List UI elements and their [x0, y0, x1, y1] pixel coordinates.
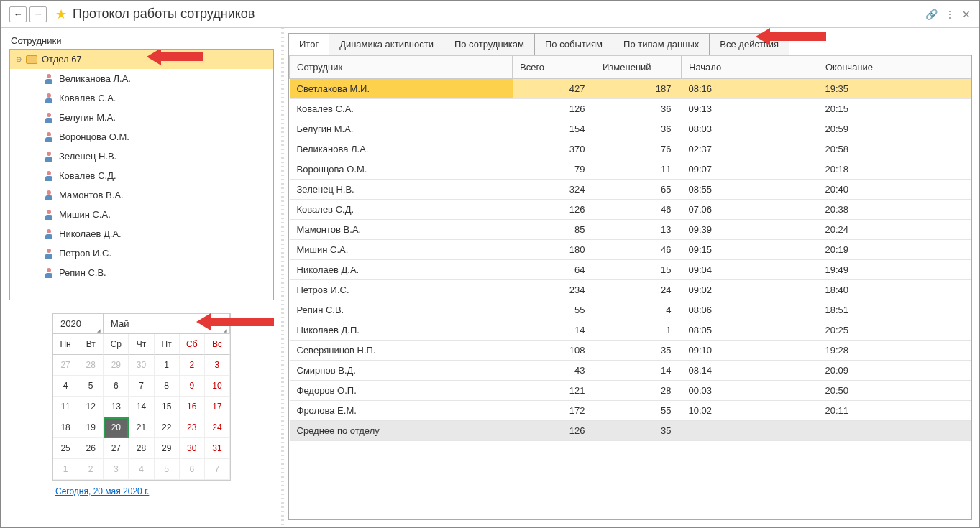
calendar-day[interactable]: 25: [53, 438, 78, 459]
cell-end: 20:25: [818, 320, 971, 341]
calendar-day[interactable]: 30: [180, 438, 205, 459]
tree-folder[interactable]: ⊖ Отдел 67: [10, 50, 273, 69]
tab[interactable]: Итог: [288, 33, 329, 55]
employee-tree[interactable]: ⊖ Отдел 67 Великанова Л.А.Ковалев С.А.Бе…: [9, 49, 274, 300]
today-link[interactable]: Сегодня, 20 мая 2020 г.: [52, 486, 274, 496]
table-row[interactable]: Николаев Д.П.14108:0520:25: [290, 320, 971, 341]
table-row[interactable]: Фролова Е.М.1725510:0220:11: [290, 401, 971, 421]
calendar-day[interactable]: 24: [205, 417, 230, 438]
calendar-day[interactable]: 27: [53, 355, 78, 376]
column-header[interactable]: Окончание: [818, 56, 971, 79]
column-header[interactable]: Изменений: [595, 56, 682, 79]
calendar-day[interactable]: 14: [129, 397, 154, 417]
table-row[interactable]: Белугин М.А.1543608:0320:59: [290, 119, 971, 139]
column-header[interactable]: Сотрудник: [290, 56, 513, 79]
calendar-day[interactable]: 1: [155, 355, 180, 376]
calendar-day[interactable]: 6: [104, 376, 129, 397]
tab[interactable]: Динамика активности: [329, 33, 444, 55]
column-header[interactable]: Начало: [682, 56, 818, 79]
calendar-day[interactable]: 30: [129, 355, 154, 376]
calendar-day[interactable]: 18: [53, 417, 78, 438]
calendar-day[interactable]: 29: [155, 438, 180, 459]
table-row[interactable]: Воронцова О.М.791109:0720:18: [290, 159, 971, 180]
forward-button[interactable]: →: [29, 6, 47, 22]
tree-employee[interactable]: Зеленец Н.В.: [10, 147, 273, 166]
calendar-day[interactable]: 22: [155, 417, 180, 438]
table-row[interactable]: Федоров О.П.1212800:0320:50: [290, 381, 971, 401]
year-select[interactable]: 2020: [53, 314, 104, 333]
calendar-day[interactable]: 27: [104, 438, 129, 459]
calendar-day[interactable]: 16: [180, 397, 205, 417]
tab[interactable]: По событиям: [534, 33, 613, 55]
calendar-day[interactable]: 29: [104, 355, 129, 376]
calendar-day[interactable]: 10: [205, 376, 230, 397]
calendar-day[interactable]: 21: [129, 417, 154, 438]
calendar-day[interactable]: 2: [180, 355, 205, 376]
table-row[interactable]: Мамонтов В.А.851309:3920:24: [290, 220, 971, 240]
star-icon[interactable]: ★: [55, 6, 67, 22]
tree-employee[interactable]: Петров И.С.: [10, 244, 273, 263]
calendar-day[interactable]: 12: [78, 397, 104, 417]
tree-employee[interactable]: Великанова Л.А.: [10, 69, 273, 88]
calendar-day[interactable]: 3: [104, 459, 129, 480]
table-row[interactable]: Репин С.В.55408:0618:51: [290, 300, 971, 320]
calendar-day[interactable]: 5: [78, 376, 104, 397]
link-icon[interactable]: 🔗: [925, 9, 938, 20]
cell-end: 19:28: [818, 341, 971, 361]
calendar-day[interactable]: 8: [155, 376, 180, 397]
calendar-day[interactable]: 19: [78, 417, 104, 438]
tree-employee[interactable]: Воронцова О.М.: [10, 127, 273, 147]
calendar-day[interactable]: 28: [129, 438, 154, 459]
person-icon: [45, 93, 53, 103]
tree-employee[interactable]: Белугин М.А.: [10, 108, 273, 127]
collapse-icon[interactable]: ⊖: [16, 55, 22, 63]
calendar-day[interactable]: 4: [53, 376, 78, 397]
person-icon: [45, 190, 53, 200]
data-table[interactable]: СотрудникВсегоИзмененийНачалоОкончание С…: [289, 55, 971, 441]
month-select[interactable]: Май: [104, 314, 230, 333]
more-icon[interactable]: ⋮: [945, 9, 955, 20]
back-button[interactable]: ←: [9, 6, 27, 22]
table-row[interactable]: Ковалев С.А.1263609:1320:15: [290, 99, 971, 119]
calendar-day[interactable]: 5: [155, 459, 180, 480]
table-row[interactable]: Северянинов Н.П.1083509:1019:28: [290, 341, 971, 361]
table-row[interactable]: Николаев Д.А.641509:0419:49: [290, 260, 971, 280]
calendar-day[interactable]: 15: [155, 397, 180, 417]
table-row[interactable]: Зеленец Н.В.3246508:5520:40: [290, 180, 971, 200]
tab[interactable]: Все действия: [709, 33, 789, 55]
tree-employee[interactable]: Репин С.В.: [10, 263, 273, 282]
calendar-day[interactable]: 23: [180, 417, 205, 438]
table-row[interactable]: Великанова Л.А.3707602:3720:58: [290, 139, 971, 159]
calendar-day[interactable]: 26: [78, 438, 104, 459]
calendar-day[interactable]: 7: [205, 459, 230, 480]
table-row[interactable]: Петров И.С.2342409:0218:40: [290, 280, 971, 300]
calendar-day[interactable]: 1: [53, 459, 78, 480]
calendar-day[interactable]: 20: [104, 417, 129, 438]
table-row[interactable]: Светлакова М.И.42718708:1619:35: [290, 79, 971, 99]
column-header[interactable]: Всего: [513, 56, 595, 79]
calendar-day[interactable]: 6: [180, 459, 205, 480]
tree-employee[interactable]: Ковалев С.А.: [10, 88, 273, 108]
tab[interactable]: По сотрудникам: [444, 33, 535, 55]
calendar-day[interactable]: 7: [129, 376, 154, 397]
table-row[interactable]: Ковалев С.Д.1264607:0620:38: [290, 200, 971, 220]
calendar-day[interactable]: 3: [205, 355, 230, 376]
tab[interactable]: По типам данных: [613, 33, 710, 55]
calendar-day[interactable]: 17: [205, 397, 230, 417]
tree-employee[interactable]: Николаев Д.А.: [10, 224, 273, 244]
tree-employee[interactable]: Мишин С.А.: [10, 205, 273, 224]
close-icon[interactable]: ✕: [962, 9, 971, 20]
calendar-day[interactable]: 13: [104, 397, 129, 417]
calendar-day[interactable]: 31: [205, 438, 230, 459]
table-row[interactable]: Мишин С.А.1804609:1520:19: [290, 240, 971, 260]
tree-employee[interactable]: Ковалев С.Д.: [10, 166, 273, 185]
cell-name: Белугин М.А.: [290, 119, 513, 139]
tree-employee[interactable]: Мамонтов В.А.: [10, 185, 273, 205]
calendar-day[interactable]: 4: [129, 459, 154, 480]
table-row[interactable]: Смирнов В.Д.431408:1420:09: [290, 361, 971, 381]
calendar-day[interactable]: 28: [78, 355, 104, 376]
calendar-day[interactable]: 9: [180, 376, 205, 397]
calendar-day[interactable]: 11: [53, 397, 78, 417]
calendar-day[interactable]: 2: [78, 459, 104, 480]
cell-chg: 15: [595, 260, 682, 280]
